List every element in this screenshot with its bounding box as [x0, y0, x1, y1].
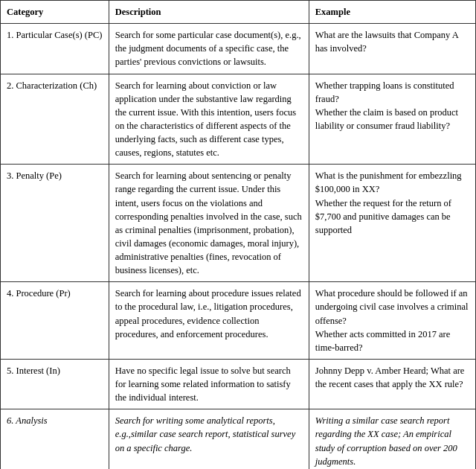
- table-row: 4. Procedure (Pr)Search for learning abo…: [1, 282, 476, 360]
- cell-description: Search for learning about conviction or …: [109, 74, 309, 165]
- cell-example: What are the lawsuits that Company A has…: [309, 24, 475, 74]
- cell-category: 4. Procedure (Pr): [1, 282, 109, 360]
- cell-example: Whether trapping loans is constituted fr…: [309, 74, 475, 165]
- header-description: Description: [109, 1, 309, 24]
- table-row: 6. AnalysisSearch for writing some analy…: [1, 409, 476, 469]
- cell-category: 1. Particular Case(s) (PC): [1, 24, 109, 74]
- cell-example: What procedure should be followed if an …: [309, 282, 475, 360]
- cell-description: Search for learning about procedure issu…: [109, 282, 309, 360]
- cell-description: Search for writing some analytical repor…: [109, 409, 309, 469]
- cell-category: 5. Interest (In): [1, 359, 109, 409]
- table-row: 2. Characterization (Ch)Search for learn…: [1, 74, 476, 165]
- main-table: Category Description Example 1. Particul…: [0, 0, 476, 469]
- table-row: 1. Particular Case(s) (PC)Search for som…: [1, 24, 476, 74]
- cell-example: Writing a similar case search report reg…: [309, 409, 475, 469]
- cell-category: 6. Analysis: [1, 409, 109, 469]
- cell-description: Have no specific legal issue to solve bu…: [109, 359, 309, 409]
- cell-example: What is the punishment for embezzling $1…: [309, 165, 475, 282]
- header-category: Category: [1, 1, 109, 24]
- cell-description: Search for learning about sentencing or …: [109, 165, 309, 282]
- table-row: 3. Penalty (Pe)Search for learning about…: [1, 165, 476, 282]
- table-row: 5. Interest (In)Have no specific legal i…: [1, 359, 476, 409]
- cell-example: Johnny Depp v. Amber Heard; What are the…: [309, 359, 475, 409]
- header-example: Example: [309, 1, 475, 24]
- cell-category: 3. Penalty (Pe): [1, 165, 109, 282]
- cell-description: Search for some particular case document…: [109, 24, 309, 74]
- cell-category: 2. Characterization (Ch): [1, 74, 109, 165]
